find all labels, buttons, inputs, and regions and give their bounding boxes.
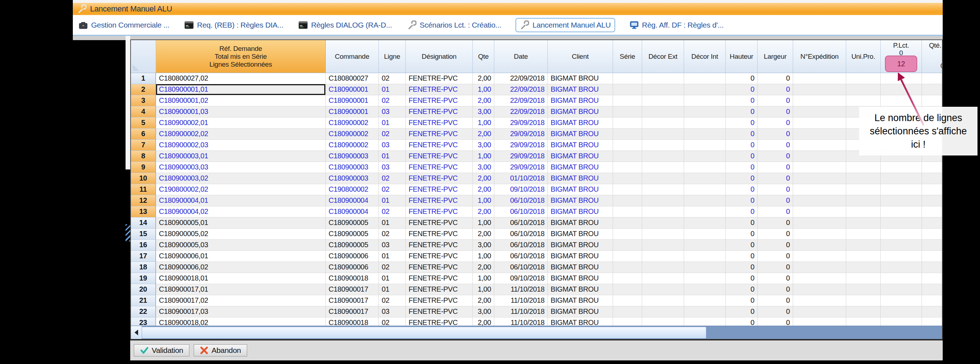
cell-haut[interactable]: 0 [725, 84, 757, 95]
cell-n[interactable]: 16 [131, 240, 156, 251]
cell-ref[interactable]: C180900004,02 [156, 206, 326, 217]
cell-nexp[interactable] [793, 173, 846, 184]
cell-n[interactable]: 20 [131, 284, 156, 295]
cell-haut[interactable]: 0 [725, 273, 757, 284]
cell-client[interactable]: BIGMAT BROU [548, 73, 613, 84]
cell-des[interactable]: FENETRE-PVC [406, 295, 473, 306]
cell-dint[interactable] [684, 140, 725, 151]
cell-ligne[interactable]: 01 [379, 117, 406, 129]
cell-serie[interactable] [613, 195, 642, 206]
cell-cmd[interactable]: C180900001 [326, 84, 379, 95]
cell-client[interactable]: BIGMAT BROU [548, 184, 613, 195]
cell-date[interactable]: 09/10/2018 [494, 273, 548, 284]
cell-nexp[interactable] [793, 117, 846, 129]
cell-qlct[interactable] [922, 295, 943, 306]
cell-larg[interactable]: 0 [757, 84, 793, 95]
cell-qlct[interactable] [922, 306, 943, 317]
cell-ref[interactable]: C180900001,03 [156, 106, 326, 117]
cell-larg[interactable]: 0 [757, 240, 793, 251]
column-header-plct[interactable]: P.Lct.012 [881, 40, 922, 73]
cell-dext[interactable] [642, 106, 684, 117]
cell-dext[interactable] [642, 84, 684, 95]
cell-nexp[interactable] [793, 306, 846, 317]
cell-haut[interactable]: 0 [725, 262, 757, 273]
cell-n[interactable]: 18 [131, 262, 156, 273]
cell-dint[interactable] [684, 151, 725, 162]
cell-upro[interactable] [846, 217, 881, 229]
cell-qte[interactable]: 2,00 [473, 73, 494, 84]
cell-upro[interactable] [846, 306, 881, 317]
cell-nexp[interactable] [793, 317, 846, 326]
cell-dint[interactable] [684, 306, 725, 317]
cell-plct[interactable] [881, 251, 922, 262]
cell-dext[interactable] [642, 117, 684, 129]
cell-client[interactable]: BIGMAT BROU [548, 273, 613, 284]
cell-serie[interactable] [613, 106, 642, 117]
horizontal-scrollbar[interactable] [131, 326, 942, 339]
cell-dint[interactable] [684, 317, 725, 326]
cell-des[interactable]: FENETRE-PVC [406, 184, 473, 195]
cell-plct[interactable] [881, 240, 922, 251]
cell-qte[interactable]: 1,00 [473, 151, 494, 162]
cell-upro[interactable] [846, 73, 881, 84]
cell-cmd[interactable]: C180900004 [326, 206, 379, 217]
cell-qte[interactable]: 2,00 [473, 129, 494, 140]
cell-ref[interactable]: C180900001,02 [156, 95, 326, 106]
cell-dext[interactable] [642, 162, 684, 173]
table-row[interactable]: 7C180900002,03C18090000203FENETRE-PVC3,0… [131, 140, 943, 151]
cell-haut[interactable]: 0 [725, 162, 757, 173]
cell-plct[interactable] [881, 206, 922, 217]
cell-qte[interactable]: 1,00 [473, 84, 494, 95]
cell-serie[interactable] [613, 140, 642, 151]
cell-date[interactable]: 29/09/2018 [494, 117, 548, 129]
cell-qte[interactable]: 2,00 [473, 295, 494, 306]
cell-plct[interactable] [881, 73, 922, 84]
cell-client[interactable]: BIGMAT BROU [548, 317, 613, 326]
cell-qte[interactable]: 2,00 [473, 206, 494, 217]
cell-dext[interactable] [642, 240, 684, 251]
table-row[interactable]: 19C180900018,01C18090001801FENETRE-PVC1,… [131, 273, 943, 284]
cell-nexp[interactable] [793, 84, 846, 95]
cell-dext[interactable] [642, 184, 684, 195]
cell-client[interactable]: BIGMAT BROU [548, 284, 613, 295]
cell-plct[interactable] [881, 295, 922, 306]
cell-client[interactable]: BIGMAT BROU [548, 117, 613, 129]
cell-qlct[interactable] [922, 284, 943, 295]
table-row[interactable]: 8C180900003,01C18090000301FENETRE-PVC1,0… [131, 151, 943, 162]
cell-haut[interactable]: 0 [725, 229, 757, 240]
cell-upro[interactable] [846, 195, 881, 206]
cell-n[interactable]: 12 [131, 195, 156, 206]
cell-cmd[interactable]: C180900017 [326, 306, 379, 317]
cell-serie[interactable] [613, 206, 642, 217]
cell-dint[interactable] [684, 117, 725, 129]
cell-plct[interactable] [881, 84, 922, 95]
cell-dext[interactable] [642, 173, 684, 184]
cell-qlct[interactable] [922, 240, 943, 251]
cell-haut[interactable]: 0 [725, 195, 757, 206]
cell-ref[interactable]: C180900018,02 [156, 317, 326, 326]
cell-ref[interactable]: C180900005,01 [156, 217, 326, 229]
cell-larg[interactable]: 0 [757, 184, 793, 195]
cell-client[interactable]: BIGMAT BROU [548, 251, 613, 262]
cell-ligne[interactable]: 01 [379, 273, 406, 284]
cell-dint[interactable] [684, 84, 725, 95]
cell-cmd[interactable]: C180900002 [326, 129, 379, 140]
column-header-qlct[interactable]: Qté.0 [922, 40, 943, 73]
cell-ref[interactable]: C180900002,01 [156, 117, 326, 129]
cell-des[interactable]: FENETRE-PVC [406, 206, 473, 217]
cell-larg[interactable]: 0 [757, 117, 793, 129]
tab-regles-dialog[interactable]: Règles DIALOG (RA-D... [298, 19, 393, 31]
cell-des[interactable]: FENETRE-PVC [406, 140, 473, 151]
cell-client[interactable]: BIGMAT BROU [548, 295, 613, 306]
column-header-larg[interactable]: Largeur [757, 40, 793, 73]
cell-haut[interactable]: 0 [725, 240, 757, 251]
cell-n[interactable]: 19 [131, 273, 156, 284]
cell-larg[interactable]: 0 [757, 317, 793, 326]
cell-cmd[interactable]: C180900001 [326, 106, 379, 117]
cell-date[interactable]: 11/10/2018 [494, 306, 548, 317]
cell-n[interactable]: 9 [131, 162, 156, 173]
cell-serie[interactable] [613, 95, 642, 106]
cell-upro[interactable] [846, 317, 881, 326]
tab-scenarios-lct[interactable]: Scénarios Lct. : Créatio... [406, 19, 502, 32]
cell-client[interactable]: BIGMAT BROU [548, 84, 613, 95]
